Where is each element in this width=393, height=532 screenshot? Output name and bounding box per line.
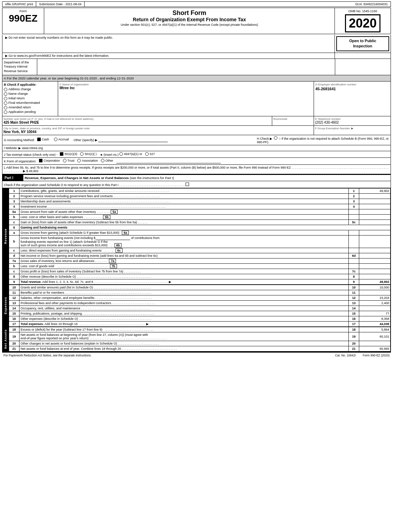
assoc-circle xyxy=(77,159,81,162)
line-15-desc: Printing, publications, postage, and shi… xyxy=(19,311,349,316)
expenses-sidebar-label: Expenses xyxy=(4,297,7,314)
line-2-ref: 2 xyxy=(349,193,359,199)
org-info-col: C Name of organization Mtree Inc xyxy=(58,82,314,116)
section-a: A For the 2020 calendar year, or tax yea… xyxy=(2,75,391,82)
line-5b-desc: Less: cost or other basis and sales expe… xyxy=(19,214,349,219)
omb-box: OMB No. 1545-1150 2020 xyxy=(335,8,391,34)
line-5c-row: c Gain or (loss) from sale of assets oth… xyxy=(9,219,391,225)
line-9-amount: 49,902 xyxy=(359,279,391,284)
line-6a-desc: Gross income from gaming (attach Schedul… xyxy=(19,230,349,235)
check-b-label: B Check if applicable: xyxy=(4,83,56,86)
line-6c-amount xyxy=(359,248,391,253)
check-info-row: B Check if applicable: Address change Na… xyxy=(2,82,391,116)
footer-paperwork: For Paperwork Reduction Act Notice, see … xyxy=(3,354,335,357)
line-5c-desc: Gain or (loss) from sale of assets other… xyxy=(19,219,349,225)
line-1-amount: 49,902 xyxy=(359,188,391,193)
line-18-num: 18 xyxy=(9,327,19,332)
return-title: Return of Organization Exempt From Incom… xyxy=(46,17,333,22)
line-14-desc: Occupancy, rent, utilities, and maintena… xyxy=(19,306,349,311)
tax-label: J Tax-exempt status (check only one) - xyxy=(4,153,57,156)
501c3-label: 501(c)(3) xyxy=(64,152,77,156)
line-7a-desc: Gross sales of inventory, less returns a… xyxy=(19,258,349,263)
netassets-section: Net Assets 18 Excess or (deficit) for th… xyxy=(2,327,391,352)
line-20-ref: 20 xyxy=(349,341,359,346)
line-6c-ref-empty xyxy=(349,248,359,253)
open-inspection-box: Open to Public Inspection xyxy=(335,35,391,53)
527-label: 527 xyxy=(150,152,155,156)
line-5b-ref-empty xyxy=(349,214,359,219)
line-1-row: 1 Contributions, gifts, grants, and simi… xyxy=(9,188,391,193)
amended-circle xyxy=(4,106,7,109)
line-19-num: 19 xyxy=(9,332,19,341)
line-6d-amount xyxy=(359,253,391,258)
city-label: City or town, state or province, country… xyxy=(3,127,313,130)
line-21-num: 21 xyxy=(9,346,19,351)
line-4-num: 4 xyxy=(9,204,19,209)
line-14-num: 14 xyxy=(9,306,19,311)
line-14-row: 14 Occupancy, rent, utilities, and maint… xyxy=(9,306,391,311)
line-6-header-row: 6 Gaming and fundraising events xyxy=(9,225,391,230)
top-bar: efile GRAPHIC print Submission Date - 20… xyxy=(2,1,391,7)
line-19-row: 19 Net assets or fund balances at beginn… xyxy=(9,332,391,341)
dept-row: Department of the Treasury Internal Reve… xyxy=(2,59,391,75)
acct-left: G Accounting Method: Cash Accrual Other … xyxy=(4,138,257,142)
line-7c-ref: 7c xyxy=(349,269,359,274)
k-label: K Form of organization: xyxy=(4,160,37,163)
pending-label: Application pending xyxy=(8,110,36,114)
dept-text: Department of the Treasury Internal Reve… xyxy=(2,59,37,75)
notice-ssn: ▶ Do not enter social security numbers o… xyxy=(2,35,335,53)
line-12-amount: 23,203 xyxy=(359,295,391,300)
line-5b-amount xyxy=(359,214,391,219)
kform-row: K Form of organization: Corporation Trus… xyxy=(2,158,391,165)
trust-label: Trust xyxy=(68,159,74,162)
dln: DLN: 93492216004031 xyxy=(353,2,391,7)
check-amended: Amended return xyxy=(4,106,56,109)
line-4-amount xyxy=(359,204,391,209)
line-6a-row: a Gross income from gaming (attach Sched… xyxy=(9,230,391,235)
initial-circle xyxy=(4,97,7,100)
part1-check-square xyxy=(186,183,189,186)
line-15-row: 15 Printing, publications, postage, and … xyxy=(9,311,391,316)
line-6b-desc: Gross income from fundraising events (no… xyxy=(19,235,349,248)
line-1-desc: Contributions, gifts, grants, and simila… xyxy=(19,188,349,193)
revenue-content: 1 Contributions, gifts, grants, and simi… xyxy=(9,188,391,285)
501c-label: 501(c)( ) xyxy=(85,152,96,156)
line-5c-num: c xyxy=(9,219,19,225)
footer: For Paperwork Reduction Act Notice, see … xyxy=(2,352,391,358)
line-17-amount: 44,038 xyxy=(359,321,391,326)
name-label: Name change xyxy=(8,92,28,95)
check-pending: Application pending xyxy=(4,110,56,114)
line-3-row: 3 Membership dues and assessments . . . … xyxy=(9,199,391,204)
line-6-num: 6 xyxy=(9,225,19,230)
line-6d-num: d xyxy=(9,253,19,258)
line-17-ref: 17 xyxy=(349,321,359,326)
line-5b-row: b Less: cost or other basis and sales ex… xyxy=(9,214,391,219)
line-6c-row: c Less: direct expenses from gaming and … xyxy=(9,248,391,253)
expenses-content: 10 Grants and similar amounts paid (list… xyxy=(9,285,391,327)
line-6d-desc: Net income or (loss) from gaming and fun… xyxy=(19,253,349,258)
taxstatus-row: J Tax-exempt status (check only one) - 5… xyxy=(2,151,391,158)
check-final: Final return/terminated xyxy=(4,101,56,105)
revenue-table: 1 Contributions, gifts, grants, and simi… xyxy=(9,188,391,285)
name-circle xyxy=(4,92,7,96)
address-circle xyxy=(4,88,7,91)
line-8-amount xyxy=(359,274,391,279)
line-7c-amount xyxy=(359,269,391,274)
line-16-num: 16 xyxy=(9,316,19,321)
line-14-amount xyxy=(359,306,391,311)
line-9-ref: 9 xyxy=(349,279,359,284)
tax-527: 527 xyxy=(145,152,155,156)
line-21-amount: 65,965 xyxy=(359,346,391,351)
line-7c-desc: Gross profit or (loss) from sales of inv… xyxy=(19,269,349,274)
line-4-row: 4 Investment income . . . . . . . . . . … xyxy=(9,204,391,209)
group-label: F Group Exemption Number ▶ xyxy=(315,127,390,130)
tax-501c: 501(c)( ) xyxy=(80,152,96,156)
address-value: 425 Main Street PH2E xyxy=(3,121,271,124)
line-12-ref: 12 xyxy=(349,295,359,300)
line-2-num: 2 xyxy=(9,193,19,199)
line-5c-amount xyxy=(359,219,391,225)
line-5a-row: 5a Gross amount from sale of assets othe… xyxy=(9,209,391,214)
line-5a-desc: Gross amount from sale of assets other t… xyxy=(19,209,349,214)
line-9-num: 9 xyxy=(9,279,19,284)
4947-label: 4947(a)(1) or xyxy=(124,152,142,156)
